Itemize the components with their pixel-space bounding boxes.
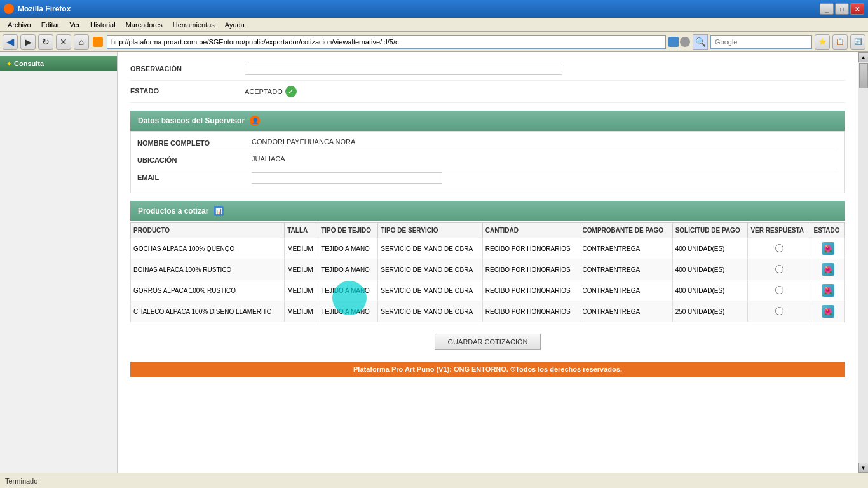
status-text: Terminado [5,477,37,485]
cell-solicitud-1: 400 UNIDAD(ES) [672,238,748,259]
cell-producto-3: GORROS ALPACA 100% RUSTICO [131,280,285,301]
cell-radio-1[interactable] [748,238,811,259]
menu-archivo[interactable]: Archivo [3,20,36,30]
cell-radio-4[interactable] [748,301,811,322]
action-icon-3[interactable]: 🌺 [822,284,834,297]
email-input[interactable] [252,172,442,184]
scroll-down-button[interactable]: ▼ [858,463,869,473]
observacion-input[interactable] [245,64,562,75]
menu-ver[interactable]: Ver [64,20,85,30]
cell-comprobante-2: CONTRAENTREGA [580,259,672,280]
scroll-up-button[interactable]: ▲ [858,52,869,62]
observacion-label: OBSERVACIÓN [130,64,245,72]
search-input[interactable] [710,35,812,49]
address-input[interactable] [107,35,666,49]
cell-producto-4: CHALECO ALPACA 100% DISENO LLAMERITO [131,301,285,322]
menu-historial[interactable]: Historial [85,20,121,30]
cell-radio-2[interactable] [748,259,811,280]
star-icon [680,37,690,47]
products-table: PRODUCTO TALLA TIPO DE TEJIDO TIPO DE SE… [130,222,845,322]
cell-estado-4[interactable]: 🌺 [811,301,844,322]
cell-tejido-2: TEJIDO A MANO [318,259,378,280]
radio-ver-respuesta-3[interactable] [775,286,783,294]
col-cantidad: CANTIDAD [482,223,580,238]
sidebar: Consulta [0,52,118,473]
ssl-icon [668,37,679,47]
cell-talla-3: MEDIUM [285,280,318,301]
cell-producto-2: BOINAS ALPACA 100% RUSTICO [131,259,285,280]
maximize-button[interactable]: □ [835,3,849,15]
radio-ver-respuesta-2[interactable] [775,265,783,273]
products-table-wrapper: PRODUCTO TALLA TIPO DE TEJIDO TIPO DE SE… [130,222,845,322]
minimize-button[interactable]: _ [820,3,834,15]
cell-producto-1: GOCHAS ALPACA 100% QUENQO [131,238,285,259]
observacion-row: OBSERVACIÓN [130,58,845,81]
table-row: BOINAS ALPACA 100% RUSTICO MEDIUM TEJIDO… [131,259,845,280]
cell-cantidad-1: RECIBO POR HONORARIOS [482,238,580,259]
cell-talla-1: MEDIUM [285,238,318,259]
status-bar: Terminado [0,473,868,488]
radio-ver-respuesta-1[interactable] [775,244,783,252]
check-icon: ✓ [285,86,297,97]
cell-servicio-3: SERVICIO DE MANO DE OBRA [378,280,483,301]
scrollbar[interactable]: ▲ ▼ [858,52,868,473]
supervisor-section-header: Datos básicos del Supervisor 👤 [130,111,845,131]
page-footer: Plataforma Pro Art Puno (V1): ONG ENTORN… [130,362,845,377]
menu-ayuda[interactable]: Ayuda [220,20,250,30]
cell-talla-2: MEDIUM [285,259,318,280]
col-tipo-servicio: TIPO DE SERVICIO [378,223,483,238]
cell-servicio-4: SERVICIO DE MANO DE OBRA [378,301,483,322]
window-title: Mozilla Firefox [18,4,820,13]
nombre-value: CONDORI PAYEHUANCA NORA [252,138,838,146]
action-icon-1[interactable]: 🌺 [822,242,834,255]
stop-button[interactable]: ✕ [56,34,71,50]
email-value [252,172,838,184]
estado-row: ESTADO ACEPTADO ✓ [130,81,845,103]
sync-icon[interactable]: 🔄 [850,34,865,50]
cell-radio-3[interactable] [748,280,811,301]
cell-cantidad-3: RECIBO POR HONORARIOS [482,280,580,301]
radio-ver-respuesta-4[interactable] [775,307,783,315]
forward-button[interactable]: ▶ [20,34,36,50]
scroll-thumb[interactable] [859,63,868,88]
bookmark-btn2[interactable]: 📋 [832,34,848,50]
back-button[interactable]: ◀ [3,34,18,50]
products-section-header: Productos a cotizar 📊 [130,201,845,221]
address-bar: ◀ ▶ ↻ ✕ ⌂ 🔍 ⭐ 📋 🔄 [0,32,868,52]
cell-talla-4: MEDIUM [285,301,318,322]
close-button[interactable]: ✕ [850,3,864,15]
col-estado: ESTADO [811,223,844,238]
email-row: EMAIL [137,168,838,187]
window-controls[interactable]: _ □ ✕ [820,3,864,15]
refresh-button[interactable]: ↻ [38,34,53,50]
menu-herramientas[interactable]: Herramientas [168,20,220,30]
cell-comprobante-4: CONTRAENTREGA [580,301,672,322]
bookmark-btn1[interactable]: ⭐ [815,34,830,50]
cell-solicitud-4: 250 UNIDAD(ES) [672,301,748,322]
cell-estado-3[interactable]: 🌺 [811,280,844,301]
action-icon-4[interactable]: 🌺 [822,305,834,318]
cell-tejido-1: TEJIDO A MANO [318,238,378,259]
observacion-value [245,64,845,75]
home-button[interactable]: ⌂ [74,34,89,50]
cell-servicio-1: SERVICIO DE MANO DE OBRA [378,238,483,259]
cell-cantidad-2: RECIBO POR HONORARIOS [482,259,580,280]
page-content: OBSERVACIÓN ESTADO ACEPTADO ✓ Datos bási… [118,52,858,473]
cell-cantidad-4: RECIBO POR HONORARIOS [482,301,580,322]
menu-editar[interactable]: Editar [36,20,65,30]
sidebar-item-consulta[interactable]: Consulta [0,56,117,71]
scroll-track[interactable] [858,62,869,463]
menu-marcadores[interactable]: Marcadores [121,20,168,30]
cell-tejido-4: TEJIDO A MANO [318,301,378,322]
table-row: CHALECO ALPACA 100% DISENO LLAMERITO MED… [131,301,845,322]
col-solicitud: SOLICITUD DE PAGO [672,223,748,238]
products-icon: 📊 [214,206,224,216]
nombre-row: NOMBRE COMPLETO CONDORI PAYEHUANCA NORA [137,134,838,151]
table-row: GOCHAS ALPACA 100% QUENQO MEDIUM TEJIDO … [131,238,845,259]
action-icon-2[interactable]: 🌺 [822,263,834,276]
col-talla: TALLA [285,223,318,238]
cell-estado-1[interactable]: 🌺 [811,238,844,259]
cell-estado-2[interactable]: 🌺 [811,259,844,280]
save-cotizacion-button[interactable]: GUARDAR COTIZACIÓN [435,334,541,350]
browser-content: Consulta OBSERVACIÓN ESTADO ACEPTADO ✓ D… [0,52,868,473]
